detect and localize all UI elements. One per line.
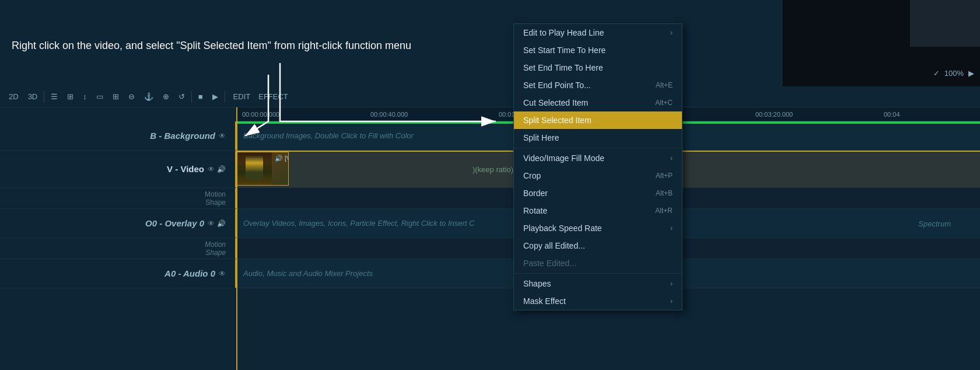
eye-icon-video[interactable]: 👁 <box>208 165 215 173</box>
menu-label-playback-speed: Playback Speed Rate <box>523 224 602 233</box>
spectrum-text: Spectrum <box>918 219 951 228</box>
menu-label-rotate: Rotate <box>523 206 547 215</box>
track-label-motion: Motion Shape <box>0 188 236 208</box>
track-label-text-background: B - Background <box>150 131 215 141</box>
toolbar-crop-icon[interactable]: ▭ <box>93 91 106 102</box>
menu-label-copy-all-edited: Copy all Edited... <box>523 241 585 250</box>
mode-3d-button[interactable]: 3D <box>25 91 41 102</box>
toolbar-sort-icon[interactable]: ↕ <box>80 91 90 102</box>
track-label-background: B - Background 👁 <box>0 121 236 150</box>
instruction-text: Right click on the video, and select "Sp… <box>12 40 411 52</box>
menu-arrow-shapes: › <box>670 280 673 288</box>
track-label-audio: A0 - Audio 0 👁 <box>0 259 236 288</box>
eye-icon-audio[interactable]: 👁 <box>219 270 226 278</box>
keep-ratio-text: )(keep ratio) <box>473 165 513 173</box>
toolbar-divider-2 <box>191 91 192 103</box>
menu-item-playback-speed[interactable]: Playback Speed Rate › <box>514 219 682 237</box>
menu-arrow-video-fill-mode: › <box>670 154 673 162</box>
track-row-video: V - Video 👁 🔊 🔊 [Vietsub Kara] Roly Poly <box>0 151 980 188</box>
toolbar-add-icon[interactable]: ⊞ <box>110 91 122 102</box>
tracks-container: B - Background 👁 Background Images, Doub… <box>0 121 980 370</box>
menu-label-edit-to-play-head: Edit to Play Head Line <box>523 28 604 37</box>
track-row-overlay-motion: Motion Shape <box>0 238 980 259</box>
track-label-text-motion: Motion Shape <box>205 190 226 207</box>
eye-icon-overlay[interactable]: 👁 <box>208 219 215 228</box>
toolbar-undo-icon[interactable]: ↺ <box>176 91 188 102</box>
menu-label-border: Border <box>523 189 548 198</box>
menu-label-video-fill-mode: Video/Image Fill Mode <box>523 153 604 163</box>
track-row-audio: A0 - Audio 0 👁 Audio, Music and Audio Mi… <box>0 259 980 288</box>
zoom-level: 100% <box>944 69 964 78</box>
menu-shortcut-border: Alt+B <box>656 189 673 197</box>
menu-item-cut-selected[interactable]: Cut Selected Item Alt+C <box>514 94 682 111</box>
menu-item-edit-to-play-head[interactable]: Edit to Play Head Line › <box>514 24 682 41</box>
zoom-check-icon: ✓ <box>933 69 940 78</box>
menu-label-crop: Crop <box>523 171 541 180</box>
menu-separator-2 <box>514 273 682 274</box>
menu-shortcut-cut-selected: Alt+C <box>655 99 673 107</box>
toolbar-list-icon[interactable]: ☰ <box>48 91 61 102</box>
effects-label: EFFECT <box>258 92 288 101</box>
track-label-text-overlay: O0 - Overlay 0 <box>145 218 204 228</box>
track-label-text-video: V - Video <box>167 164 204 174</box>
toolbar-grid-icon[interactable]: ⊞ <box>64 91 76 102</box>
menu-item-crop[interactable]: Crop Alt+P <box>514 167 682 184</box>
menu-label-set-end-point: Set End Point To... <box>523 81 591 90</box>
menu-item-split-here[interactable]: Split Here <box>514 129 682 146</box>
context-menu: Edit to Play Head Line › Set Start Time … <box>513 23 682 310</box>
edit-label: EDIT <box>233 92 251 101</box>
menu-item-set-end-point[interactable]: Set End Point To... Alt+E <box>514 76 682 94</box>
track-icons-background: 👁 <box>219 132 226 140</box>
menu-label-cut-selected: Cut Selected Item <box>523 98 588 107</box>
ruler-mark-5: 00:04 <box>884 111 900 118</box>
menu-arrow-mask-effect: › <box>670 297 673 305</box>
track-icons-video: 👁 🔊 <box>208 165 226 173</box>
app-container: Right click on the video, and select "Sp… <box>0 0 980 370</box>
menu-item-split-selected[interactable]: Split Selected Item <box>514 111 682 129</box>
menu-item-video-fill-mode[interactable]: Video/Image Fill Mode › <box>514 149 682 167</box>
toolbar-divider-1 <box>44 91 44 103</box>
playhead[interactable] <box>236 107 237 370</box>
menu-label-set-start-time: Set Start Time To Here <box>523 46 606 55</box>
menu-label-split-selected: Split Selected Item <box>523 116 592 125</box>
toolbar: 2D 3D ☰ ⊞ ↕ ▭ ⊞ ⊖ ⚓ ⊕ ↺ ■ ▶ EDIT EFFECT <box>0 86 980 107</box>
track-icons-overlay: 👁 🔊 <box>208 219 226 228</box>
audio-icon-overlay[interactable]: 🔊 <box>217 219 226 228</box>
preview-controls: ✓ 100% ▶ <box>933 69 974 78</box>
menu-label-set-end-time: Set End Time To Here <box>523 63 603 72</box>
toolbar-play-icon[interactable]: ▶ <box>209 91 221 102</box>
menu-item-border[interactable]: Border Alt+B <box>514 184 682 202</box>
play-icon[interactable]: ▶ <box>968 69 974 78</box>
menu-item-set-start-time[interactable]: Set Start Time To Here <box>514 41 682 59</box>
track-label-overlay-motion: Motion Shape <box>0 238 236 259</box>
track-label-overlay: O0 - Overlay 0 👁 🔊 <box>0 209 236 238</box>
menu-item-set-end-time[interactable]: Set End Time To Here <box>514 59 682 76</box>
track-label-text-overlay-motion: Motion Shape <box>205 240 226 257</box>
menu-shortcut-set-end-point: Alt+E <box>656 81 673 89</box>
track-row-motion: Motion Shape <box>0 188 980 209</box>
video-clip-label: 🔊 [Vietsub Kara] Roly Poly - [ HPBD Park… <box>275 155 289 162</box>
menu-item-shapes[interactable]: Shapes › <box>514 275 682 292</box>
menu-label-mask-effect: Mask Effect <box>523 296 566 306</box>
menu-item-rotate[interactable]: Rotate Alt+R <box>514 202 682 219</box>
menu-shortcut-rotate: Alt+R <box>655 207 673 215</box>
track-icons-audio: 👁 <box>219 270 226 278</box>
video-clip[interactable]: 🔊 [Vietsub Kara] Roly Poly - [ HPBD Park… <box>236 152 289 186</box>
menu-item-copy-all-edited[interactable]: Copy all Edited... <box>514 237 682 254</box>
toolbar-anchor-icon[interactable]: ⚓ <box>141 91 156 102</box>
menu-arrow-playback-speed: › <box>670 224 673 232</box>
toolbar-minus-icon[interactable]: ⊖ <box>125 91 138 102</box>
menu-item-paste-edited: Paste Edited... <box>514 254 682 272</box>
toolbar-stop-icon[interactable]: ■ <box>195 91 206 102</box>
audio-icon-video[interactable]: 🔊 <box>217 165 226 173</box>
mode-2d-button[interactable]: 2D <box>6 91 22 102</box>
menu-label-shapes: Shapes <box>523 279 551 288</box>
eye-icon-background[interactable]: 👁 <box>219 132 226 140</box>
menu-arrow-edit-to-play-head: › <box>670 29 673 37</box>
ruler-mark-0: 00:00:00.000 <box>242 111 279 118</box>
menu-item-mask-effect[interactable]: Mask Effect › <box>514 292 682 310</box>
track-row-overlay: O0 - Overlay 0 👁 🔊 Overlay Videos, Image… <box>0 209 980 238</box>
toolbar-plus-circle-icon[interactable]: ⊕ <box>160 91 172 102</box>
ruler-mark-1: 00:00:40.000 <box>370 111 408 118</box>
menu-separator-1 <box>514 148 682 148</box>
